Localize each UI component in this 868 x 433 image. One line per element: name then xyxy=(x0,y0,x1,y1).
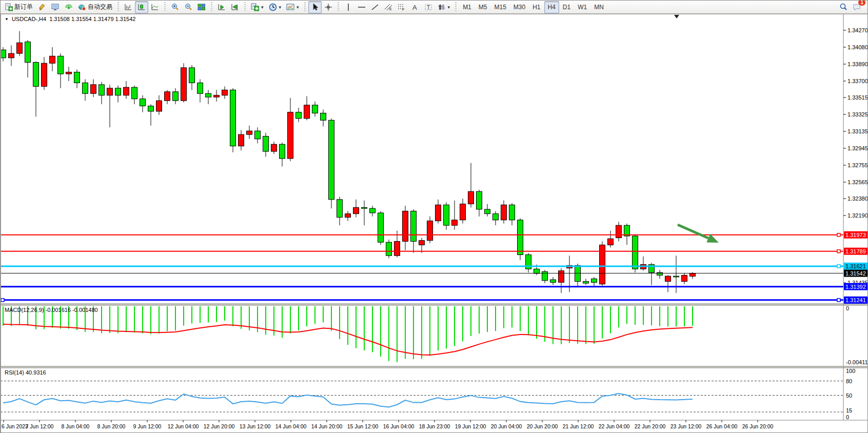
candle-body xyxy=(247,131,252,134)
candle-body xyxy=(66,72,72,74)
candle-body xyxy=(411,211,417,241)
trendline-button[interactable] xyxy=(368,1,382,13)
chart-candles-icon xyxy=(137,3,146,11)
rsi-value: 40.9316 xyxy=(26,369,46,376)
candle-body xyxy=(345,214,351,218)
auto-scroll-icon xyxy=(218,3,226,11)
zoom-out-icon xyxy=(184,3,192,11)
timeframe-m30-button[interactable]: M30 xyxy=(510,1,529,13)
rsi-axis-label: 15 xyxy=(846,407,852,414)
candle-body xyxy=(189,68,195,83)
svg-text:A: A xyxy=(412,4,417,11)
timeframe-w1-button[interactable]: W1 xyxy=(574,1,590,13)
time-axis-label: 7 Jun 12:00 xyxy=(26,423,54,429)
channel-button[interactable]: E xyxy=(382,1,395,13)
autotrading-button[interactable]: 自动交易 xyxy=(75,1,115,13)
timeframe-m15-button[interactable]: M15 xyxy=(490,1,509,13)
indicators-button[interactable]: ▾ xyxy=(248,1,266,13)
bar-chart-button[interactable] xyxy=(122,1,135,13)
arrows-button[interactable]: ▾ xyxy=(435,1,453,13)
candle-body xyxy=(665,276,671,281)
timeframe-d1-button[interactable]: D1 xyxy=(559,1,574,13)
hline-button[interactable] xyxy=(355,1,368,13)
candle-body xyxy=(427,221,433,241)
timeframe-mn-button[interactable]: MN xyxy=(590,1,607,13)
candle-body xyxy=(1,50,6,58)
toolbar-group: EFAT▾ xyxy=(340,1,455,13)
time-axis-label: 9 Jun 12:00 xyxy=(133,423,162,429)
candle-body xyxy=(518,220,523,255)
candle-body xyxy=(329,120,334,200)
timeframe-h1-button[interactable]: H1 xyxy=(529,1,544,13)
price-tick-label: 1.33135 xyxy=(847,128,868,134)
time-axis-label: 12 Jun 20:00 xyxy=(204,423,235,429)
rsi-axis-label: 100 xyxy=(846,368,855,374)
time-axis-label: 15 Jun 12:00 xyxy=(347,423,379,429)
zoom-out-button[interactable] xyxy=(182,1,195,13)
candle-body xyxy=(591,279,597,282)
price-tick-label: 1.32945 xyxy=(847,145,868,151)
market-watch-button[interactable] xyxy=(49,1,62,13)
rsi-axis-label: 50 xyxy=(846,392,852,399)
chart-background[interactable] xyxy=(1,14,868,433)
new-order-button[interactable]: 新订单 xyxy=(2,1,35,13)
tile-windows-button[interactable] xyxy=(195,1,208,13)
resistance-line-1-anchor[interactable] xyxy=(837,233,840,237)
candle-body xyxy=(99,85,105,95)
candle-body xyxy=(255,131,261,139)
notifications-button[interactable]: 1 xyxy=(850,1,863,13)
price-tag-label: 1.31789 xyxy=(845,248,866,254)
fibonacci-button[interactable]: F xyxy=(395,1,408,13)
vline-button[interactable] xyxy=(342,1,355,13)
signal-icon xyxy=(65,3,73,11)
search-button[interactable] xyxy=(837,1,850,13)
support-line-cyan-anchor[interactable] xyxy=(837,265,840,268)
support-line-blue-2-anchor[interactable] xyxy=(837,299,840,302)
chevron-down-icon: ▾ xyxy=(261,5,264,10)
chart-canvas[interactable]: 10080501501.342701.340801.338901.337001.… xyxy=(1,1,868,433)
candle-body xyxy=(50,56,55,63)
candle-body xyxy=(690,273,696,277)
arrows-icon xyxy=(438,3,446,11)
price-tick-label: 1.33325 xyxy=(847,111,868,117)
line-chart-button[interactable] xyxy=(148,1,162,13)
candle-body xyxy=(271,144,277,151)
toolbar-group xyxy=(307,1,337,13)
chevron-down-icon: ▾ xyxy=(448,5,450,10)
candle-body xyxy=(608,239,614,245)
vline-icon xyxy=(344,3,352,11)
channel-icon: E xyxy=(384,3,392,11)
candle-body xyxy=(17,43,23,53)
timeframe-m1-button[interactable]: M1 xyxy=(459,1,475,13)
trendline-icon xyxy=(371,3,379,11)
candle-body xyxy=(83,83,88,93)
resistance-line-2-anchor[interactable] xyxy=(837,250,840,253)
timeframe-m5-button[interactable]: M5 xyxy=(475,1,491,13)
support-line-blue-2-anchor[interactable] xyxy=(1,299,4,302)
macd-values: -0.001616 -0.001480 xyxy=(45,307,97,313)
collapse-panel-icon[interactable]: ▼ xyxy=(5,17,9,22)
symbol-period-label: USDCAD-,H4 xyxy=(12,16,46,22)
templates-button[interactable]: ▾ xyxy=(284,1,302,13)
candle-body xyxy=(91,85,96,93)
crosshair-button[interactable] xyxy=(322,1,335,13)
periods-button[interactable]: ▾ xyxy=(266,1,284,13)
chart-shift-button[interactable] xyxy=(228,1,242,13)
candle-chart-button[interactable] xyxy=(135,1,148,13)
signal-button[interactable] xyxy=(62,1,75,13)
candle-body xyxy=(436,205,441,221)
text-button[interactable]: A xyxy=(408,1,422,13)
timeframe-h4-button[interactable]: H4 xyxy=(544,1,559,13)
chevron-down-icon: ▾ xyxy=(297,5,299,10)
candle-body xyxy=(485,209,490,214)
candle-body xyxy=(132,87,137,99)
cursor-button[interactable] xyxy=(308,1,322,13)
styler-button[interactable] xyxy=(35,1,49,13)
zoom-in-button[interactable] xyxy=(168,1,182,13)
time-axis-label: 22 Jun 20:00 xyxy=(635,423,666,429)
auto-scroll-button[interactable] xyxy=(215,1,228,13)
label-button[interactable]: T xyxy=(422,1,435,13)
candle-body xyxy=(42,63,47,86)
market-watch-icon xyxy=(51,3,60,11)
time-axis-label: 12 Jun 04:00 xyxy=(168,423,199,429)
